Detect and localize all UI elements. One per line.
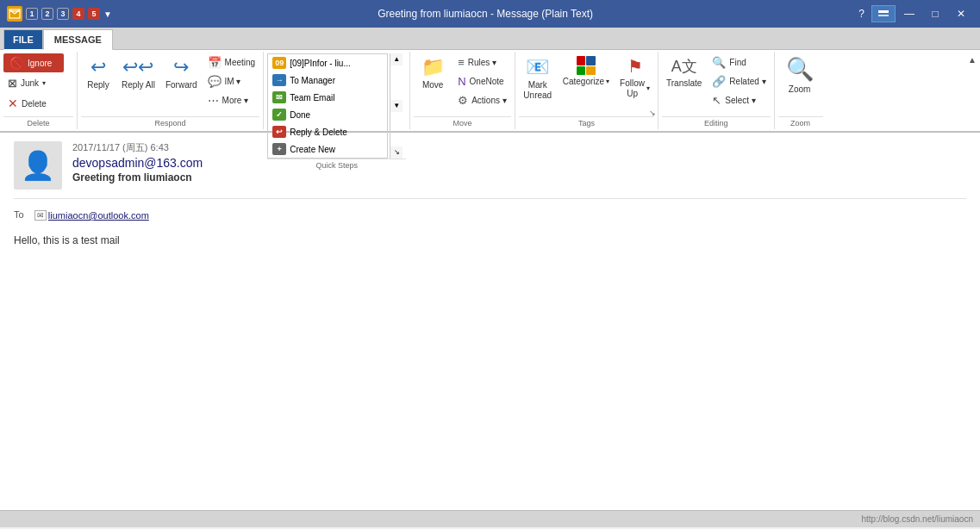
actions-button[interactable]: ⚙ Actions ▾ — [453, 91, 511, 109]
group-editing: A文 Translate 🔍 Find 🔗 Related ▾ ↖ Select… — [659, 52, 775, 129]
qs-icon-4: ↩ — [272, 126, 286, 138]
rules-button[interactable]: ≡ Rules ▾ — [453, 53, 511, 72]
related-button[interactable]: 🔗 Related ▾ — [708, 72, 770, 90]
email-from[interactable]: devopsadmin@163.com — [72, 156, 966, 170]
qs-item-5[interactable]: + Create New — [268, 140, 387, 158]
zoom-button[interactable]: 🔍 Zoom — [778, 53, 821, 97]
quick-access-2[interactable]: 2 — [41, 8, 53, 20]
ribbon-toggle-button[interactable] — [871, 5, 896, 22]
cat-red — [577, 56, 586, 65]
delete-group-content: 🚫 Ignore ⊠ Junk ▾ ✕ Delete — [3, 53, 73, 116]
respond-col: 📅 Meeting 💬 IM ▾ ⋯ More ▾ — [203, 53, 260, 109]
editing-col: 🔍 Find 🔗 Related ▾ ↖ Select ▾ — [708, 53, 770, 109]
quick-access-3[interactable]: 3 — [57, 8, 69, 20]
status-url: http://blog.csdn.net/liumiaocn — [861, 514, 973, 524]
editing-group-label: Editing — [662, 116, 771, 128]
reply-icon: ↩ — [91, 56, 106, 78]
find-button[interactable]: 🔍 Find — [708, 53, 770, 72]
qs-item-3[interactable]: ✓ Done — [268, 106, 387, 123]
app-icon — [7, 6, 22, 22]
find-icon: 🔍 — [712, 56, 726, 69]
tags-group-expand[interactable]: ↘ — [649, 109, 656, 117]
qs-item-2[interactable]: ✉ Team Email — [268, 89, 387, 106]
meeting-icon: 📅 — [208, 56, 222, 69]
qs-item-4[interactable]: ↩ Reply & Delete — [268, 123, 387, 140]
follow-up-icon: ⚑ — [627, 56, 643, 77]
delete-button[interactable]: ✕ Delete — [3, 94, 64, 113]
svg-rect-2 — [878, 10, 889, 13]
ignore-button[interactable]: 🚫 Ignore — [3, 53, 64, 72]
select-icon: ↖ — [712, 94, 721, 107]
to-address-type: ✉ — [34, 210, 47, 221]
followup-dropdown-icon[interactable]: ▾ — [646, 84, 650, 93]
quick-steps-group-label: Quick Steps — [267, 159, 406, 170]
qs-icon-2: ✉ — [272, 91, 286, 103]
qs-expand[interactable]: ↘ — [390, 146, 403, 159]
title-bar-icons: 1 2 3 4 5 ▼ — [7, 6, 112, 22]
close-button[interactable]: ✕ — [949, 5, 973, 22]
qs-label-2: Team Email — [290, 93, 334, 103]
qs-scroll-up[interactable]: ▲ — [390, 53, 403, 65]
avatar-icon: 👤 — [21, 149, 55, 182]
junk-dropdown-icon[interactable]: ▾ — [42, 79, 46, 87]
reply-button[interactable]: ↩ Reply — [81, 53, 115, 93]
translate-button[interactable]: A文 Translate — [662, 53, 706, 91]
mark-unread-button[interactable]: 📧 Mark Unread — [519, 53, 557, 103]
categorize-dropdown-icon[interactable]: ▾ — [606, 78, 609, 86]
forward-button[interactable]: ↪ Forward — [161, 53, 202, 93]
qs-icon-5: + — [272, 143, 286, 155]
ribbon-collapse[interactable]: ▲ — [964, 52, 980, 129]
ribbon: 🚫 Ignore ⊠ Junk ▾ ✕ Delete Delete ↩ Repl — [0, 50, 980, 133]
email-subject: Greeting from liumiaocn — [72, 171, 966, 184]
tab-file[interactable]: FILE — [3, 29, 43, 50]
meeting-button[interactable]: 📅 Meeting — [203, 53, 260, 72]
quick-access-1[interactable]: 1 — [26, 8, 38, 20]
email-content-area: 👤 2017/11/17 (周五) 6:43 devopsadmin@163.c… — [0, 133, 980, 510]
follow-up-button[interactable]: ⚑ Follow Up ▾ — [615, 53, 654, 102]
email-body: Hello, this is a test mail — [14, 224, 966, 257]
reply-all-button[interactable]: ↩↩ Reply All — [117, 53, 159, 93]
qs-item-0[interactable]: 09 [09]PInfor - liu... — [268, 54, 387, 72]
email-date: 2017/11/17 (周五) 6:43 — [72, 141, 966, 154]
more-button[interactable]: ⋯ More ▾ — [203, 91, 260, 109]
im-icon: 💬 — [208, 75, 222, 88]
minimize-button[interactable]: — — [897, 5, 921, 22]
qs-scroll-down[interactable]: ▼ — [390, 100, 403, 112]
categorize-button[interactable]: Categorize ▾ — [559, 53, 614, 90]
respond-group-content: ↩ Reply ↩↩ Reply All ↪ Forward 📅 Meeting… — [81, 53, 259, 116]
ignore-label: Ignore — [28, 59, 52, 68]
reply-all-icon: ↩↩ — [122, 56, 153, 78]
zoom-icon: 🔍 — [786, 56, 814, 83]
group-move: 📁 Move ≡ Rules ▾ N OneNote ⚙ Actions ▾ M… — [410, 52, 515, 129]
rules-icon: ≡ — [458, 56, 465, 69]
group-quick-steps: 09 [09]PInfor - liu... → To Manager ✉ Te… — [264, 52, 410, 129]
quick-access-4[interactable]: 4 — [72, 8, 84, 20]
translate-icon: A文 — [671, 56, 697, 77]
quick-access-more[interactable]: ▼ — [103, 9, 112, 19]
to-address[interactable]: liumiaocn@outlook.com — [48, 210, 149, 221]
ignore-icon: 🚫 — [9, 56, 24, 70]
qs-item-1[interactable]: → To Manager — [268, 72, 387, 89]
junk-button[interactable]: ⊠ Junk ▾ — [3, 74, 64, 92]
cat-blue — [586, 56, 596, 65]
help-button[interactable]: ? — [858, 8, 865, 20]
avatar: 👤 — [14, 141, 62, 190]
tags-group-label: Tags — [519, 116, 654, 128]
quick-access-5[interactable]: 5 — [88, 8, 100, 20]
select-button[interactable]: ↖ Select ▾ — [708, 91, 770, 109]
move-button[interactable]: 📁 Move — [414, 53, 452, 93]
title-bar: 1 2 3 4 5 ▼ Greeting from liumiaocn - Me… — [0, 0, 980, 28]
ribbon-tabs: FILE MESSAGE — [0, 28, 980, 50]
email-body-text: Hello, this is a test mail — [14, 234, 120, 246]
maximize-button[interactable]: □ — [923, 5, 947, 22]
qs-icon-1: → — [272, 74, 286, 86]
move-icon: 📁 — [421, 56, 445, 78]
tab-message[interactable]: MESSAGE — [43, 29, 113, 50]
respond-group-label: Respond — [81, 116, 259, 128]
onenote-button[interactable]: N OneNote — [453, 72, 511, 90]
move-col: ≡ Rules ▾ N OneNote ⚙ Actions ▾ — [453, 53, 511, 109]
forward-icon: ↪ — [173, 56, 189, 78]
im-button[interactable]: 💬 IM ▾ — [203, 72, 260, 90]
group-respond: ↩ Reply ↩↩ Reply All ↪ Forward 📅 Meeting… — [78, 52, 264, 129]
group-tags: 📧 Mark Unread Categorize ▾ ⚑ Follow — [515, 52, 659, 129]
